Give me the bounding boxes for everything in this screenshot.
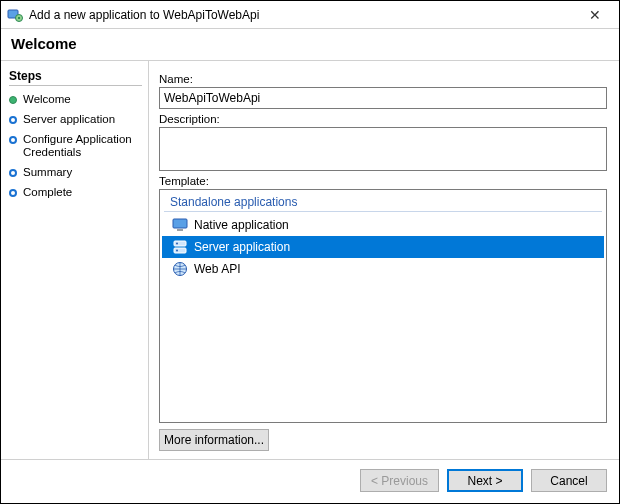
template-item-native-application[interactable]: Native application bbox=[162, 214, 604, 236]
step-bullet-pending-icon bbox=[9, 169, 17, 177]
step-bullet-pending-icon bbox=[9, 136, 17, 144]
globe-icon bbox=[172, 261, 188, 277]
cancel-button[interactable]: Cancel bbox=[531, 469, 607, 492]
steps-sidebar: Steps Welcome Server application Configu… bbox=[1, 61, 149, 459]
svg-rect-4 bbox=[177, 229, 183, 231]
description-input[interactable] bbox=[159, 127, 607, 171]
server-icon bbox=[172, 239, 188, 255]
step-label: Welcome bbox=[23, 93, 71, 107]
step-label: Summary bbox=[23, 166, 72, 180]
steps-heading: Steps bbox=[9, 69, 142, 86]
svg-point-8 bbox=[176, 250, 178, 252]
svg-point-7 bbox=[176, 243, 178, 245]
svg-rect-5 bbox=[174, 241, 186, 246]
window-title: Add a new application to WebApiToWebApi bbox=[29, 8, 579, 22]
step-label: Server application bbox=[23, 113, 115, 127]
step-bullet-done-icon bbox=[9, 96, 17, 104]
step-complete[interactable]: Complete bbox=[9, 183, 142, 203]
monitor-icon bbox=[172, 217, 188, 233]
page-header: Welcome bbox=[1, 29, 619, 61]
step-configure-credentials[interactable]: Configure Application Credentials bbox=[9, 130, 142, 164]
svg-rect-3 bbox=[173, 219, 187, 228]
step-welcome[interactable]: Welcome bbox=[9, 90, 142, 110]
template-item-web-api[interactable]: Web API bbox=[162, 258, 604, 280]
template-item-server-application[interactable]: Server application bbox=[162, 236, 604, 258]
template-label: Template: bbox=[159, 175, 607, 187]
description-label: Description: bbox=[159, 113, 607, 125]
step-summary[interactable]: Summary bbox=[9, 163, 142, 183]
close-button[interactable]: ✕ bbox=[579, 7, 611, 23]
name-input[interactable] bbox=[159, 87, 607, 109]
svg-rect-2 bbox=[18, 17, 20, 19]
template-list[interactable]: Standalone applications Native applicati… bbox=[159, 189, 607, 423]
more-information-button[interactable]: More information... bbox=[159, 429, 269, 451]
step-label: Configure Application Credentials bbox=[23, 133, 142, 161]
template-group-header: Standalone applications bbox=[164, 193, 602, 212]
app-wizard-icon bbox=[7, 7, 23, 23]
step-bullet-pending-icon bbox=[9, 189, 17, 197]
template-item-label: Web API bbox=[194, 262, 240, 276]
svg-rect-6 bbox=[174, 248, 186, 253]
previous-button: < Previous bbox=[360, 469, 439, 492]
step-label: Complete bbox=[23, 186, 72, 200]
next-button[interactable]: Next > bbox=[447, 469, 523, 492]
template-item-label: Server application bbox=[194, 240, 290, 254]
step-server-application[interactable]: Server application bbox=[9, 110, 142, 130]
template-item-label: Native application bbox=[194, 218, 289, 232]
name-label: Name: bbox=[159, 73, 607, 85]
step-bullet-pending-icon bbox=[9, 116, 17, 124]
